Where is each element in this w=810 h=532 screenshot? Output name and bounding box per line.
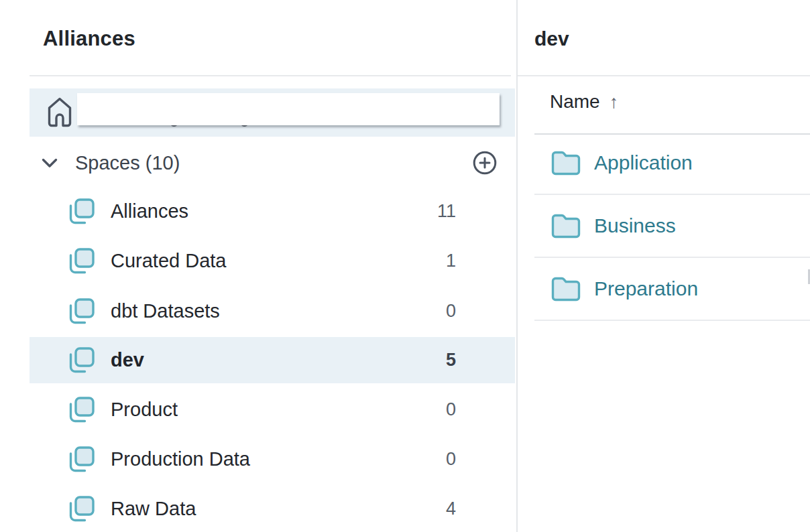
spaces-section-header[interactable]: Spaces (10) (30, 147, 515, 178)
space-name: Production Data (111, 448, 250, 470)
space-icon (68, 297, 96, 326)
space-icon (68, 346, 96, 375)
sidebar-title: Alliances (43, 27, 135, 51)
space-icon (68, 494, 96, 524)
sidebar-item-product[interactable]: Product 0 (30, 387, 515, 433)
sidebar-item-curated-data[interactable]: Curated Data 1 (30, 238, 515, 284)
folder-icon (551, 277, 581, 302)
space-name: Curated Data (111, 250, 227, 272)
space-dataset-count: 4 (446, 498, 456, 519)
main-title-divider (518, 75, 810, 76)
spaces-section-label: Spaces (10) (75, 152, 180, 174)
space-icon (68, 197, 96, 226)
space-dataset-count: 1 (446, 251, 456, 271)
folder-link[interactable]: Preparation (594, 277, 698, 300)
space-dataset-count: 0 (446, 449, 456, 470)
space-dataset-count: 0 (446, 399, 456, 420)
folder-link[interactable]: Application (594, 151, 693, 174)
sidebar-item-raw-data[interactable]: Raw Data 4 (30, 486, 515, 532)
sidebar-item-alliances[interactable]: Alliances 11 (30, 188, 515, 235)
add-space-button[interactable] (472, 150, 498, 176)
chevron-down-icon[interactable] (42, 158, 58, 168)
space-name: Raw Data (111, 498, 196, 520)
folder-link[interactable]: Business (594, 214, 676, 237)
space-dataset-count: 5 (446, 350, 456, 371)
panel-divider (516, 0, 518, 532)
sort-ascending-icon: ↑ (610, 92, 619, 113)
plus-circle-icon (472, 150, 498, 176)
space-dataset-count: 0 (446, 301, 456, 322)
sidebar-item-production-data[interactable]: Production Data 0 (30, 436, 515, 482)
space-name: dbt Datasets (111, 300, 220, 322)
space-name: dev (111, 349, 144, 371)
home-item[interactable] (30, 88, 515, 137)
sidebar-item-dbt-datasets[interactable]: dbt Datasets 0 (30, 288, 515, 334)
name-column-label: Name (550, 91, 600, 113)
table-row-business[interactable]: Business (534, 195, 810, 258)
name-column-header[interactable]: Name ↑ (550, 89, 618, 115)
page-title: dev (534, 27, 569, 50)
sidebar-title-divider (30, 75, 511, 76)
space-icon (68, 445, 96, 474)
space-icon (68, 395, 96, 425)
space-name: Alliances (111, 200, 188, 222)
space-icon (68, 247, 96, 276)
folder-icon (551, 151, 581, 176)
table-row-application[interactable]: Application (534, 132, 810, 195)
app-window: Alliances Spaces (10) (0, 0, 810, 532)
redacted-username (77, 93, 500, 125)
folder-icon (551, 214, 581, 239)
sidebar-item-dev[interactable]: dev 5 (30, 337, 515, 383)
space-name: Product (111, 399, 178, 421)
table-row-preparation[interactable]: Preparation (534, 258, 810, 321)
home-icon (47, 96, 72, 128)
space-dataset-count: 11 (437, 201, 456, 222)
